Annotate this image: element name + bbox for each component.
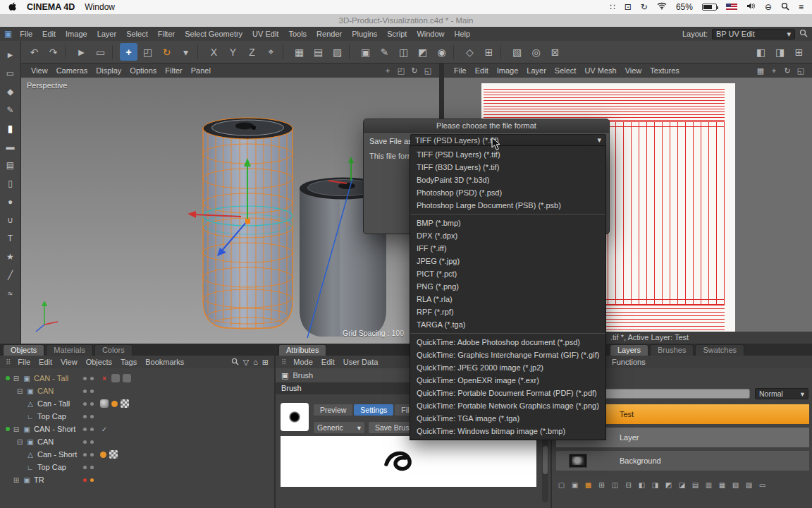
magnet-icon[interactable]: ∪ [3, 213, 18, 226]
object-row-tr[interactable]: ⊞ ▣ TR [0, 473, 274, 486]
tab-layers[interactable]: Layers [610, 344, 648, 356]
primitive-cube-icon[interactable]: ▣ [357, 43, 374, 61]
pan-view-icon[interactable]: + [768, 65, 780, 76]
format-option[interactable]: QuickTime: Graphics Interchange Format (… [410, 349, 605, 361]
alpha-icon[interactable]: ▥ [703, 480, 714, 490]
toolbar-separator[interactable] [500, 45, 505, 59]
format-option[interactable]: RLA (*.rla) [410, 293, 605, 306]
wifi-icon[interactable] [657, 2, 667, 12]
live-selection-icon[interactable]: ► [73, 43, 90, 61]
lock-x-axis-icon[interactable]: X [205, 43, 223, 61]
rotate-view-icon[interactable]: ↻ [409, 65, 420, 76]
menu-item[interactable]: Display [92, 64, 125, 78]
pencil-icon[interactable]: ✎ [3, 103, 18, 116]
object-row-top-cap[interactable]: ∟ Top Cap [0, 410, 274, 423]
apple-logo-icon[interactable] [8, 1, 17, 13]
menu-item[interactable]: File [15, 27, 37, 41]
menu-item[interactable]: View [27, 64, 52, 78]
pan-view-icon[interactable]: + [382, 65, 393, 76]
selection-tag-icon[interactable] [100, 452, 106, 458]
check-tag-icon[interactable]: ✓ [100, 425, 109, 433]
transform-layer-icon[interactable]: ▧ [730, 480, 741, 490]
maximize-view-icon[interactable]: ◱ [422, 65, 433, 76]
eraser-icon[interactable]: ▬ [3, 140, 18, 153]
tab-materials[interactable]: Materials [46, 344, 93, 356]
format-option[interactable]: PNG (*.png) [410, 280, 605, 293]
tab-attributes[interactable]: Attributes [278, 344, 326, 356]
delete-layer-icon[interactable]: ▭ [757, 480, 768, 490]
uv-grid-icon[interactable]: ▦ [755, 65, 766, 76]
fill-bucket-icon[interactable]: ● [3, 195, 18, 208]
menu-item[interactable]: Mode [289, 355, 317, 369]
tab-brushes[interactable]: Brushes [650, 344, 694, 356]
menu-item[interactable]: Cameras [52, 64, 92, 78]
lock-y-axis-icon[interactable]: Y [224, 43, 242, 61]
light-icon[interactable]: ◎ [527, 43, 545, 61]
toolbar-separator[interactable] [349, 45, 354, 59]
menu-item[interactable]: Layer [522, 64, 550, 78]
collapse-icon[interactable]: ⊟ [12, 375, 20, 382]
visibility-toggles[interactable] [83, 377, 94, 380]
menu-item[interactable]: View [621, 64, 646, 78]
new-layer-icon[interactable]: ▢ [556, 480, 567, 490]
duplicate-layer-icon[interactable]: ◫ [610, 480, 620, 490]
menu-item[interactable]: Window [412, 27, 449, 41]
format-option[interactable]: QuickTime: Portable Network Graphics ima… [410, 399, 605, 412]
roller-icon[interactable]: ▤ [3, 158, 18, 171]
menu-functions[interactable]: Functions [607, 355, 651, 369]
enabled-dot-icon[interactable] [6, 376, 10, 380]
enabled-dot-icon[interactable] [6, 427, 10, 431]
tab-swatches[interactable]: Swatches [695, 344, 744, 356]
object-row-top-cap2[interactable]: ∟ Top Cap [0, 461, 274, 473]
object-row-can-tall-mesh[interactable]: △ Can - Tall [0, 397, 274, 410]
last-tool-icon[interactable]: ▾ [177, 43, 195, 61]
spotlight-search-icon[interactable] [781, 2, 789, 13]
deformers-icon[interactable]: ◩ [414, 43, 431, 61]
format-option[interactable]: BMP (*.bmp) [410, 217, 605, 229]
menu-item[interactable]: Select [550, 64, 581, 78]
color-picker-icon[interactable]: ◆ [3, 85, 18, 98]
layout-split-icon[interactable]: ◨ [771, 43, 789, 61]
generators-icon[interactable]: ◫ [395, 43, 412, 61]
format-option[interactable]: PICT (*.pct) [410, 267, 605, 280]
filter-icon[interactable]: ▽ [243, 358, 249, 367]
file-format-dropdown[interactable]: TIFF (PSD Layers) (*.tif) ▾ [410, 134, 606, 146]
render-view-icon[interactable]: ▦ [290, 43, 308, 61]
undo-icon[interactable]: ↶ [25, 43, 43, 61]
knife-icon[interactable]: ╱ [3, 268, 18, 282]
menu-item[interactable]: Bookmarks [141, 355, 188, 369]
environment-icon[interactable]: ◉ [433, 43, 450, 61]
menu-item[interactable]: Edit [317, 355, 339, 369]
disabled-tag-icon[interactable]: × [100, 374, 109, 382]
menu-item[interactable]: Edit [37, 27, 61, 41]
opacity-icon[interactable]: ◧ [636, 480, 647, 490]
format-option[interactable]: RPF (*.rpf) [410, 306, 605, 318]
menu-list-icon[interactable]: ≡ [799, 2, 804, 12]
menu-item[interactable]: Textures [646, 64, 684, 78]
tab-preview[interactable]: Preview [314, 404, 352, 416]
crayon-icon[interactable]: ▯ [3, 176, 18, 190]
rotate-tool-icon[interactable]: ↻ [158, 43, 176, 61]
tag-icon[interactable] [111, 374, 120, 382]
selection-tag-icon[interactable] [111, 401, 118, 407]
maximize-view-icon[interactable]: ◱ [795, 65, 806, 76]
tag-icon[interactable] [123, 374, 131, 382]
lock-z-axis-icon[interactable]: Z [243, 43, 261, 61]
menu-item[interactable]: Edit [35, 355, 56, 369]
format-option[interactable]: Photoshop Large Document (PSB) (*.psb) [410, 199, 605, 212]
blend-mode-dropdown[interactable]: Normal ▾ [755, 388, 808, 399]
select-layer-icon[interactable]: ▦ [717, 480, 727, 490]
menu-item[interactable]: Filter [153, 27, 180, 41]
layout-single-icon[interactable]: ◧ [752, 43, 770, 61]
menu-item[interactable]: Tools [283, 27, 312, 41]
menu-item[interactable]: Objects [82, 355, 116, 369]
brush-preview[interactable] [281, 403, 309, 431]
scale-tool-icon[interactable]: ◰ [139, 43, 156, 61]
menu-item[interactable]: User Data [339, 355, 383, 369]
menu-item[interactable]: Filter [161, 64, 186, 78]
format-option[interactable]: QuickTime: Windows bitmap image (*.bmp) [410, 425, 605, 437]
object-row-can-short-group[interactable]: ⊟ ▣ CAN - Short ✓ [0, 423, 274, 435]
menu-item[interactable]: Image [493, 64, 523, 78]
object-row-can[interactable]: ⊟ ▣ CAN [0, 385, 274, 397]
brush-stroke-preview-canvas[interactable] [281, 436, 536, 487]
